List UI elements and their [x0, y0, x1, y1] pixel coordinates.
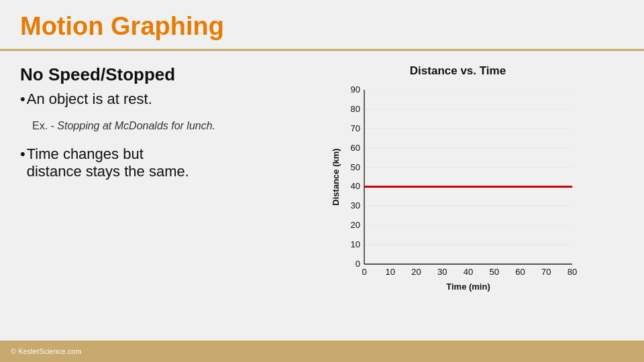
y-tick-90: 90 [350, 84, 360, 95]
bullet-dot-1: • [20, 90, 25, 108]
x-tick-0: 0 [362, 267, 366, 277]
y-tick-60: 60 [350, 143, 360, 153]
bullet-1: • An object is at rest. [20, 90, 285, 108]
example-italic: Stopping at McDonalds for lunch. [57, 120, 215, 131]
example-label: Ex. - [32, 120, 57, 131]
footer: © KeslerScience.com [0, 341, 644, 362]
chart-container: 0 10 20 30 40 50 60 70 80 90 0 10 20 30 … [331, 83, 586, 298]
y-tick-70: 70 [350, 123, 360, 133]
bullet-2-text: Time changes but distance stays the same… [27, 145, 189, 180]
example-text: Ex. - Stopping at McDonalds for lunch. [32, 119, 285, 133]
bullet-2: • Time changes but distance stays the sa… [20, 145, 285, 180]
x-tick-30: 30 [437, 267, 447, 277]
main-content: No Speed/Stopped • An object is at rest.… [0, 51, 644, 331]
x-tick-70: 70 [541, 267, 551, 277]
page-title: Motion Graphing [20, 12, 624, 41]
y-tick-80: 80 [350, 104, 360, 114]
y-tick-10: 10 [350, 239, 360, 249]
section-heading: No Speed/Stopped [20, 64, 285, 85]
x-tick-20: 20 [411, 267, 421, 277]
y-tick-30: 30 [350, 200, 360, 210]
x-tick-10: 10 [385, 267, 394, 277]
x-tick-60: 60 [515, 267, 525, 277]
left-panel: No Speed/Stopped • An object is at rest.… [20, 64, 292, 318]
y-tick-0: 0 [355, 259, 360, 269]
chart-title: Distance vs. Time [410, 64, 506, 78]
y-axis-title: Distance (km) [331, 148, 341, 205]
chart-svg: 0 10 20 30 40 50 60 70 80 90 0 10 20 30 … [331, 83, 586, 298]
x-tick-40: 40 [463, 267, 472, 277]
header: Motion Graphing [0, 0, 644, 51]
footer-text: © KeslerScience.com [11, 347, 81, 355]
bullet-1-text: An object is at rest. [27, 90, 152, 108]
bullet-dot-2: • [20, 145, 25, 163]
y-tick-50: 50 [350, 162, 360, 172]
right-panel: Distance vs. Time [292, 64, 624, 318]
y-tick-40: 40 [350, 181, 360, 191]
x-tick-50: 50 [489, 267, 498, 277]
y-tick-20: 20 [350, 220, 360, 230]
x-tick-80: 80 [567, 267, 576, 277]
x-axis-title: Time (min) [446, 282, 490, 292]
